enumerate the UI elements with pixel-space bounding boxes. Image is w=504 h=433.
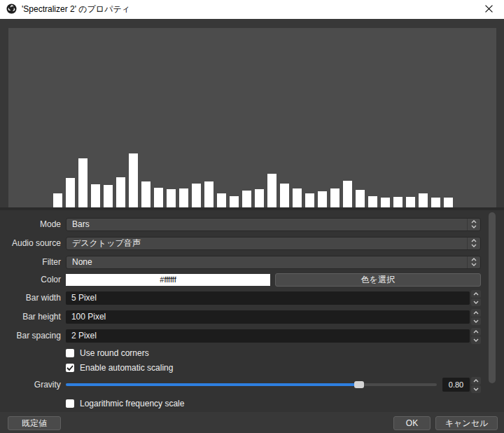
spectrum-bar: [330, 188, 340, 207]
chevron-up-icon: [473, 330, 479, 334]
check-icon: [66, 365, 74, 371]
chevron-down-icon: [471, 263, 477, 266]
chevron-down-icon: [473, 301, 479, 304]
logarithmic-frequency-scale-label: Logarithmic frequency scale: [80, 399, 184, 408]
spectrum-bar: [129, 153, 138, 207]
spectrum-bars: [53, 153, 453, 207]
pick-color-button[interactable]: 色を選択: [275, 273, 481, 287]
combo-arrows: [467, 219, 480, 231]
bar-height-input[interactable]: 100 Pixel: [66, 310, 470, 324]
color-swatch: #ffffff: [66, 274, 270, 286]
spectrum-bar: [192, 184, 201, 207]
color-value: #ffffff: [160, 275, 176, 284]
spectrum-bar: [141, 181, 150, 207]
bar-height-label: Bar height: [0, 312, 61, 322]
enable-automatic-scaling-checkbox[interactable]: [66, 364, 74, 372]
spectrum-bar: [381, 198, 390, 207]
spectrum-bar: [204, 181, 214, 207]
chevron-up-icon: [471, 258, 477, 261]
spectrum-bar: [217, 193, 226, 207]
chevron-down-icon: [473, 319, 479, 323]
bar-spacing-label: Bar spacing: [0, 331, 61, 341]
spin-up-button[interactable]: [471, 377, 481, 385]
spectrum-bar: [154, 188, 163, 207]
gravity-value-input[interactable]: 0.80: [442, 378, 470, 392]
bar-spacing-input[interactable]: 2 Pixel: [66, 329, 470, 343]
spin-up-button[interactable]: [471, 328, 481, 336]
defaults-button[interactable]: 既定値: [8, 416, 61, 430]
spectrum-bar: [267, 174, 276, 207]
combo-arrows: [467, 256, 480, 268]
spin-up-button[interactable]: [471, 309, 481, 317]
spectrum-bar: [116, 177, 125, 207]
chevron-up-icon: [473, 311, 479, 315]
source-preview: [8, 28, 496, 207]
spin-down-button[interactable]: [471, 385, 481, 393]
mode-select[interactable]: Bars: [66, 218, 481, 231]
spin-down-button[interactable]: [471, 336, 481, 344]
slider-handle[interactable]: [354, 381, 364, 388]
spectrum-bar: [280, 184, 289, 207]
row-mode: Mode Bars: [0, 216, 481, 232]
row-logarithmic-frequency-scale: Logarithmic frequency scale: [0, 396, 481, 411]
spin-down-button[interactable]: [471, 298, 481, 306]
chevron-down-icon: [473, 387, 479, 391]
color-label: Color: [0, 275, 61, 284]
chevron-up-icon: [473, 379, 479, 383]
row-audio-source: Audio source デスクトップ音声: [0, 235, 481, 251]
row-enable-automatic-scaling: Enable automatic scaling: [0, 360, 481, 376]
use-round-corners-checkbox[interactable]: [66, 349, 74, 357]
spectrum-bar: [343, 181, 352, 207]
audio-source-select[interactable]: デスクトップ音声: [66, 237, 481, 250]
mode-label: Mode: [0, 219, 61, 229]
row-bar-width: Bar width 5 Pixel: [0, 290, 481, 305]
spectrum-bar: [78, 158, 88, 207]
spectrum-bar: [230, 196, 239, 207]
gravity-spinner: [471, 377, 481, 393]
spectrum-bar: [104, 185, 113, 207]
spectrum-bar: [305, 193, 314, 207]
titlebar: 'Spectralizer 2' のプロパティ: [0, 0, 504, 19]
ok-button[interactable]: OK: [393, 416, 430, 430]
audio-source-label: Audio source: [0, 238, 61, 248]
row-filter: Filter None: [0, 254, 481, 270]
spin-up-button[interactable]: [471, 290, 481, 298]
spectrum-bar: [242, 191, 251, 207]
bar-height-spinner: [471, 309, 481, 325]
spectrum-bar: [393, 197, 402, 207]
spectrum-bar: [368, 196, 377, 207]
spin-down-button[interactable]: [471, 317, 481, 325]
chevron-down-icon: [471, 244, 477, 247]
row-bar-spacing: Bar spacing 2 Pixel: [0, 328, 481, 343]
logarithmic-frequency-scale-checkbox[interactable]: [66, 399, 74, 408]
combo-arrows: [467, 238, 480, 249]
spectrum-bar: [53, 193, 62, 207]
row-bar-height: Bar height 100 Pixel: [0, 309, 481, 324]
spectrum-bar: [179, 188, 188, 207]
gravity-slider[interactable]: [66, 378, 437, 392]
close-button[interactable]: [473, 0, 504, 19]
bar-width-input[interactable]: 5 Pixel: [66, 291, 470, 305]
chevron-down-icon: [471, 225, 477, 228]
bar-width-spinner: [471, 290, 481, 306]
obs-logo-icon: [6, 4, 17, 16]
filter-label: Filter: [0, 257, 61, 267]
spectrum-bar: [444, 198, 453, 207]
cancel-button[interactable]: キャンセル: [435, 416, 498, 430]
spectrum-bar: [91, 184, 100, 207]
chevron-up-icon: [471, 239, 477, 242]
vertical-scrollbar[interactable]: [489, 212, 496, 383]
chevron-down-icon: [473, 338, 479, 342]
spectrum-bar: [167, 189, 176, 207]
chevron-up-icon: [471, 220, 477, 224]
row-gravity: Gravity 0.80: [0, 377, 481, 392]
spectrum-bar: [406, 197, 415, 207]
window-title: 'Spectralizer 2' のプロパティ: [22, 4, 130, 15]
chevron-up-icon: [473, 292, 479, 296]
use-round-corners-label: Use round corners: [80, 348, 149, 358]
spectrum-bar: [356, 190, 365, 207]
spectrum-bar: [431, 198, 440, 207]
spectrum-bar: [419, 193, 428, 207]
filter-select[interactable]: None: [66, 256, 481, 269]
bar-width-label: Bar width: [0, 293, 61, 303]
